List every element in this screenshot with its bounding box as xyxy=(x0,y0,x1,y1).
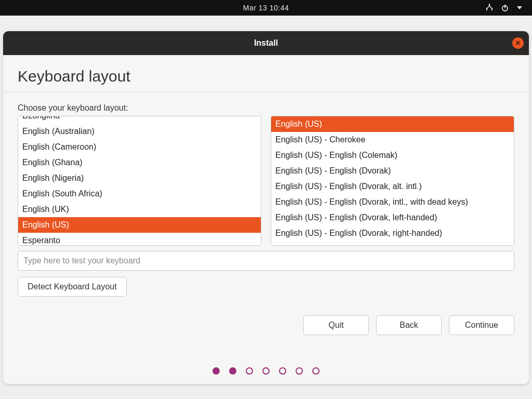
continue-button[interactable]: Continue xyxy=(449,315,514,335)
window-close-button[interactable]: × xyxy=(512,37,524,49)
list-item[interactable]: English (US) xyxy=(18,217,261,233)
nav-buttons: Quit Back Continue xyxy=(18,315,514,335)
list-item[interactable]: English (Ghana) xyxy=(18,155,261,170)
progress-dot xyxy=(296,367,303,375)
list-item[interactable]: English (US) - English (Dvorak, intl., w… xyxy=(271,194,514,210)
divider xyxy=(3,91,529,92)
list-item[interactable]: English (Cameroon) xyxy=(18,139,261,155)
network-icon[interactable] xyxy=(485,4,494,12)
progress-dots xyxy=(18,367,514,375)
list-item[interactable]: English (US) - Cherokee xyxy=(271,132,514,148)
list-item[interactable]: English (US) - English (Colemak) xyxy=(271,148,514,163)
list-item[interactable]: English (US) - English (Dvorak, alt. int… xyxy=(271,179,514,194)
list-item[interactable]: English (Nigeria) xyxy=(18,170,261,186)
progress-dot xyxy=(229,367,236,375)
window-title: Install xyxy=(254,38,278,48)
list-item[interactable]: Dzongkha xyxy=(18,116,261,124)
progress-dot xyxy=(212,367,220,375)
keyboard-layout-lists: DzongkhaEnglish (Australian)English (Cam… xyxy=(18,116,514,246)
list-item[interactable]: English (US) - English (Dvorak, left-han… xyxy=(271,210,514,225)
quit-button[interactable]: Quit xyxy=(303,315,369,335)
installer-content: Keyboard layout Choose your keyboard lay… xyxy=(3,55,529,384)
list-item[interactable]: English (Australian) xyxy=(18,124,261,139)
chevron-down-icon[interactable] xyxy=(516,5,523,11)
system-tray xyxy=(485,0,523,16)
power-icon[interactable] xyxy=(501,4,509,12)
layout-variant-list[interactable]: English (US)English (US) - CherokeeEngli… xyxy=(271,116,514,246)
list-item[interactable]: English (US) - English (Macintosh) xyxy=(271,241,514,246)
layout-language-list[interactable]: DzongkhaEnglish (Australian)English (Cam… xyxy=(18,116,261,246)
list-item[interactable]: English (US) xyxy=(271,116,514,132)
detect-keyboard-button[interactable]: Detect Keyboard Layout xyxy=(18,277,127,297)
back-button[interactable]: Back xyxy=(376,315,442,335)
page-title: Keyboard layout xyxy=(18,68,514,85)
system-topbar: Mar 13 10:44 xyxy=(0,0,532,16)
keyboard-test-input[interactable] xyxy=(18,251,514,271)
progress-dot xyxy=(312,367,320,375)
window-titlebar: Install × xyxy=(3,31,529,55)
list-item[interactable]: English (South Africa) xyxy=(18,186,261,202)
installer-window: Install × Keyboard layout Choose your ke… xyxy=(3,31,529,384)
list-item[interactable]: English (UK) xyxy=(18,202,261,217)
progress-dot xyxy=(279,367,286,375)
list-item[interactable]: English (US) - English (Dvorak) xyxy=(271,163,514,179)
list-item[interactable]: Esperanto xyxy=(18,233,261,246)
keyboard-layout-prompt: Choose your keyboard layout: xyxy=(18,103,514,113)
close-icon: × xyxy=(515,38,520,48)
system-clock: Mar 13 10:44 xyxy=(243,4,289,12)
list-item[interactable]: English (US) - English (Dvorak, right-ha… xyxy=(271,225,514,241)
progress-dot xyxy=(262,367,270,375)
progress-dot xyxy=(246,367,253,375)
